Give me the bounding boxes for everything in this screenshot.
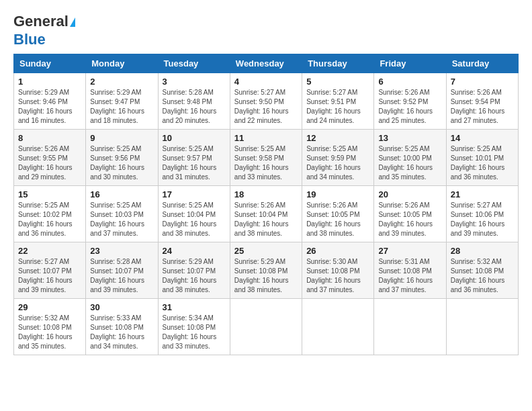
calendar-cell bbox=[446, 299, 518, 355]
day-info: Sunrise: 5:28 AMSunset: 10:07 PMDaylight… bbox=[90, 257, 153, 295]
calendar-cell: 28Sunrise: 5:32 AMSunset: 10:08 PMDaylig… bbox=[446, 242, 518, 299]
day-number: 1 bbox=[18, 77, 81, 87]
calendar-cell: 2Sunrise: 5:29 AMSunset: 9:47 PMDaylight… bbox=[86, 73, 158, 130]
calendar-cell: 5Sunrise: 5:27 AMSunset: 9:51 PMDaylight… bbox=[302, 73, 374, 130]
day-info: Sunrise: 5:25 AMSunset: 9:59 PMDaylight:… bbox=[306, 144, 369, 182]
calendar-cell bbox=[374, 299, 446, 355]
day-number: 5 bbox=[306, 77, 369, 87]
day-number: 31 bbox=[163, 302, 226, 312]
logo-blue: Blue bbox=[13, 31, 46, 48]
day-number: 25 bbox=[234, 246, 298, 256]
day-number: 30 bbox=[90, 302, 153, 312]
day-number: 15 bbox=[18, 189, 81, 199]
weekday-header-friday: Friday bbox=[374, 54, 446, 73]
day-info: Sunrise: 5:25 AMSunset: 9:56 PMDaylight:… bbox=[90, 144, 153, 182]
day-number: 23 bbox=[90, 246, 153, 256]
weekday-header-tuesday: Tuesday bbox=[158, 54, 230, 73]
day-number: 11 bbox=[234, 133, 298, 143]
day-number: 7 bbox=[451, 77, 514, 87]
day-info: Sunrise: 5:27 AMSunset: 10:06 PMDaylight… bbox=[451, 201, 514, 238]
calendar-cell: 20Sunrise: 5:26 AMSunset: 10:05 PMDaylig… bbox=[374, 186, 446, 242]
day-number: 21 bbox=[451, 189, 514, 199]
calendar-cell: 10Sunrise: 5:25 AMSunset: 9:57 PMDayligh… bbox=[158, 130, 230, 186]
day-info: Sunrise: 5:25 AMSunset: 9:58 PMDaylight:… bbox=[234, 144, 298, 182]
day-number: 24 bbox=[163, 246, 226, 256]
calendar-cell: 12Sunrise: 5:25 AMSunset: 9:59 PMDayligh… bbox=[302, 130, 374, 186]
day-number: 14 bbox=[451, 133, 514, 143]
calendar-cell: 3Sunrise: 5:28 AMSunset: 9:48 PMDaylight… bbox=[158, 73, 230, 130]
calendar-cell: 7Sunrise: 5:26 AMSunset: 9:54 PMDaylight… bbox=[446, 73, 518, 130]
day-number: 27 bbox=[378, 246, 441, 256]
calendar-cell: 16Sunrise: 5:25 AMSunset: 10:03 PMDaylig… bbox=[86, 186, 158, 242]
day-info: Sunrise: 5:25 AMSunset: 9:57 PMDaylight:… bbox=[163, 144, 226, 182]
day-info: Sunrise: 5:25 AMSunset: 10:00 PMDaylight… bbox=[378, 144, 441, 182]
calendar-cell: 26Sunrise: 5:30 AMSunset: 10:08 PMDaylig… bbox=[302, 242, 374, 299]
day-number: 12 bbox=[306, 133, 369, 143]
page-header: General Blue bbox=[13, 13, 519, 48]
day-info: Sunrise: 5:32 AMSunset: 10:08 PMDaylight… bbox=[451, 257, 514, 295]
calendar-week-5: 29Sunrise: 5:32 AMSunset: 10:08 PMDaylig… bbox=[14, 299, 519, 355]
calendar-cell: 11Sunrise: 5:25 AMSunset: 9:58 PMDayligh… bbox=[230, 130, 302, 186]
day-info: Sunrise: 5:26 AMSunset: 9:55 PMDaylight:… bbox=[18, 144, 81, 182]
day-info: Sunrise: 5:25 AMSunset: 10:01 PMDaylight… bbox=[451, 144, 514, 182]
day-info: Sunrise: 5:27 AMSunset: 10:07 PMDaylight… bbox=[18, 257, 81, 295]
weekday-header-saturday: Saturday bbox=[446, 54, 518, 73]
calendar-cell: 22Sunrise: 5:27 AMSunset: 10:07 PMDaylig… bbox=[14, 242, 86, 299]
weekday-header-wednesday: Wednesday bbox=[230, 54, 302, 73]
day-info: Sunrise: 5:26 AMSunset: 10:04 PMDaylight… bbox=[234, 201, 298, 238]
day-info: Sunrise: 5:29 AMSunset: 9:47 PMDaylight:… bbox=[90, 88, 153, 126]
calendar-cell bbox=[230, 299, 302, 355]
logo-text: General bbox=[13, 13, 75, 30]
calendar-cell: 13Sunrise: 5:25 AMSunset: 10:00 PMDaylig… bbox=[374, 130, 446, 186]
day-number: 26 bbox=[306, 246, 369, 256]
calendar-cell: 31Sunrise: 5:34 AMSunset: 10:08 PMDaylig… bbox=[158, 299, 230, 355]
day-info: Sunrise: 5:31 AMSunset: 10:08 PMDaylight… bbox=[378, 257, 441, 295]
day-number: 10 bbox=[163, 133, 226, 143]
day-number: 13 bbox=[378, 133, 441, 143]
calendar-cell: 6Sunrise: 5:26 AMSunset: 9:52 PMDaylight… bbox=[374, 73, 446, 130]
calendar-cell: 21Sunrise: 5:27 AMSunset: 10:06 PMDaylig… bbox=[446, 186, 518, 242]
calendar-cell: 18Sunrise: 5:26 AMSunset: 10:04 PMDaylig… bbox=[230, 186, 302, 242]
calendar-cell: 19Sunrise: 5:26 AMSunset: 10:05 PMDaylig… bbox=[302, 186, 374, 242]
day-info: Sunrise: 5:26 AMSunset: 9:52 PMDaylight:… bbox=[378, 88, 441, 126]
day-info: Sunrise: 5:33 AMSunset: 10:08 PMDaylight… bbox=[90, 314, 153, 351]
day-info: Sunrise: 5:27 AMSunset: 9:50 PMDaylight:… bbox=[234, 88, 298, 126]
day-info: Sunrise: 5:29 AMSunset: 10:07 PMDaylight… bbox=[163, 257, 226, 295]
day-info: Sunrise: 5:26 AMSunset: 10:05 PMDaylight… bbox=[378, 201, 441, 238]
day-info: Sunrise: 5:27 AMSunset: 9:51 PMDaylight:… bbox=[306, 88, 369, 126]
weekday-header-row: SundayMondayTuesdayWednesdayThursdayFrid… bbox=[14, 54, 519, 73]
day-number: 19 bbox=[306, 189, 369, 199]
day-info: Sunrise: 5:25 AMSunset: 10:02 PMDaylight… bbox=[18, 201, 81, 238]
weekday-header-sunday: Sunday bbox=[14, 54, 86, 73]
calendar-cell: 30Sunrise: 5:33 AMSunset: 10:08 PMDaylig… bbox=[86, 299, 158, 355]
calendar-week-4: 22Sunrise: 5:27 AMSunset: 10:07 PMDaylig… bbox=[14, 242, 519, 299]
day-number: 4 bbox=[234, 77, 298, 87]
day-info: Sunrise: 5:25 AMSunset: 10:04 PMDaylight… bbox=[163, 201, 226, 238]
day-number: 8 bbox=[18, 133, 81, 143]
calendar-cell: 4Sunrise: 5:27 AMSunset: 9:50 PMDaylight… bbox=[230, 73, 302, 130]
day-info: Sunrise: 5:26 AMSunset: 10:05 PMDaylight… bbox=[306, 201, 369, 238]
calendar-cell: 1Sunrise: 5:29 AMSunset: 9:46 PMDaylight… bbox=[14, 73, 86, 130]
day-number: 22 bbox=[18, 246, 81, 256]
day-info: Sunrise: 5:32 AMSunset: 10:08 PMDaylight… bbox=[18, 314, 81, 351]
day-info: Sunrise: 5:28 AMSunset: 9:48 PMDaylight:… bbox=[163, 88, 226, 126]
weekday-header-thursday: Thursday bbox=[302, 54, 374, 73]
calendar-cell: 24Sunrise: 5:29 AMSunset: 10:07 PMDaylig… bbox=[158, 242, 230, 299]
day-info: Sunrise: 5:25 AMSunset: 10:03 PMDaylight… bbox=[90, 201, 153, 238]
calendar-cell: 17Sunrise: 5:25 AMSunset: 10:04 PMDaylig… bbox=[158, 186, 230, 242]
calendar-cell: 8Sunrise: 5:26 AMSunset: 9:55 PMDaylight… bbox=[14, 130, 86, 186]
day-number: 16 bbox=[90, 189, 153, 199]
calendar-table: SundayMondayTuesdayWednesdayThursdayFrid… bbox=[13, 54, 519, 355]
day-number: 18 bbox=[234, 189, 298, 199]
day-info: Sunrise: 5:26 AMSunset: 9:54 PMDaylight:… bbox=[451, 88, 514, 126]
day-info: Sunrise: 5:29 AMSunset: 9:46 PMDaylight:… bbox=[18, 88, 81, 126]
day-info: Sunrise: 5:30 AMSunset: 10:08 PMDaylight… bbox=[306, 257, 369, 295]
day-info: Sunrise: 5:29 AMSunset: 10:08 PMDaylight… bbox=[234, 257, 298, 295]
day-number: 9 bbox=[90, 133, 153, 143]
logo: General Blue bbox=[13, 13, 75, 48]
calendar-cell: 9Sunrise: 5:25 AMSunset: 9:56 PMDaylight… bbox=[86, 130, 158, 186]
day-number: 17 bbox=[163, 189, 226, 199]
day-number: 3 bbox=[163, 77, 226, 87]
calendar-week-2: 8Sunrise: 5:26 AMSunset: 9:55 PMDaylight… bbox=[14, 130, 519, 186]
day-number: 20 bbox=[378, 189, 441, 199]
